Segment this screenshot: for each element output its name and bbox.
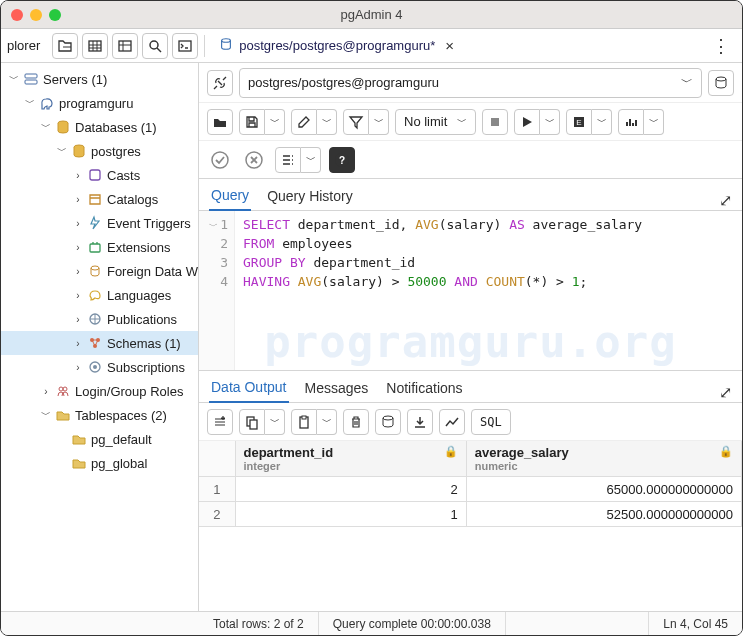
languages-icon [87,287,103,303]
paste-menu-button[interactable]: ﹀ [317,409,337,435]
tab-notifications[interactable]: Notifications [384,374,464,402]
window-title: pgAdmin 4 [340,7,402,22]
tree-casts[interactable]: ›Casts [1,163,198,187]
tree-label: Foreign Data W [107,264,198,279]
new-connection-button[interactable] [708,70,734,96]
tree-schemas[interactable]: ›Schemas (1) [1,331,198,355]
download-button[interactable] [407,409,433,435]
table-row[interactable]: 2 1 52500.000000000000 [199,502,742,527]
tree-label: Casts [107,168,140,183]
explain-analyze-menu-button[interactable]: ﹀ [644,109,664,135]
svg-rect-31 [302,416,306,419]
tree-subscriptions[interactable]: ›Subscriptions [1,355,198,379]
close-tab-icon[interactable]: × [445,37,454,54]
svg-rect-1 [119,41,131,51]
filter-menu-button[interactable]: ﹀ [369,109,389,135]
filter-rows-button[interactable] [112,33,138,59]
close-window-button[interactable] [11,9,23,21]
cell[interactable]: 2 [235,477,466,502]
help-button[interactable]: ? [329,147,355,173]
output-tabs: Data Output Messages Notifications ⤢ [199,371,742,403]
output-toolbar: ﹀ ﹀ SQL [199,403,742,441]
sql-view-button[interactable]: SQL [471,409,511,435]
row-limit-selector[interactable]: No limit ﹀ [395,109,476,135]
tree-label: Extensions [107,240,171,255]
column-header-average-salary[interactable]: average_salary🔒numeric [466,441,741,477]
tree-tablespaces[interactable]: ﹀Tablespaces (2) [1,403,198,427]
tree-ts-pg-global[interactable]: pg_global [1,451,198,475]
svg-point-18 [59,387,63,391]
tree-servers[interactable]: ﹀Servers (1) [1,67,198,91]
row-number: 1 [199,477,235,502]
edit-button[interactable] [291,109,317,135]
edit-menu-button[interactable]: ﹀ [317,109,337,135]
paste-button[interactable] [291,409,317,435]
expand-output-button[interactable]: ⤢ [719,383,732,402]
stop-button[interactable] [482,109,508,135]
chevron-down-icon: ﹀ [681,74,693,91]
query-tool-button[interactable] [52,33,78,59]
add-row-button[interactable] [207,409,233,435]
connection-status-button[interactable] [207,70,233,96]
editor-toolbar: ﹀ ﹀ ﹀ No limit ﹀ ﹀ E ﹀ [199,103,742,141]
psql-button[interactable] [172,33,198,59]
tab-query[interactable]: Query [209,181,251,211]
save-button[interactable] [239,109,265,135]
cell[interactable]: 1 [235,502,466,527]
tab-data-output[interactable]: Data Output [209,373,289,403]
macros-button[interactable] [275,147,301,173]
execute-menu-button[interactable]: ﹀ [540,109,560,135]
tree-languages[interactable]: ›Languages [1,283,198,307]
explain-analyze-button[interactable] [618,109,644,135]
subscriptions-icon [87,359,103,375]
tree-catalogs[interactable]: ›Catalogs [1,187,198,211]
tree-db-postgres[interactable]: ﹀postgres [1,139,198,163]
tree-label: Catalogs [107,192,158,207]
explain-button[interactable]: E [566,109,592,135]
macros-menu-button[interactable]: ﹀ [301,147,321,173]
view-data-button[interactable] [82,33,108,59]
editor-content[interactable]: SELECT department_id, AVG(salary) AS ave… [235,211,650,370]
table-row[interactable]: 1 2 65000.000000000000 [199,477,742,502]
foreign-data-icon [87,263,103,279]
copy-button[interactable] [239,409,265,435]
commit-button[interactable] [207,147,233,173]
search-button[interactable] [142,33,168,59]
cell[interactable]: 52500.000000000000 [466,502,741,527]
execute-button[interactable] [514,109,540,135]
rollback-button[interactable] [241,147,267,173]
tree-extensions[interactable]: ›Extensions [1,235,198,259]
cell[interactable]: 65000.000000000000 [466,477,741,502]
open-file-button[interactable] [207,109,233,135]
tree-databases[interactable]: ﹀Databases (1) [1,115,198,139]
tree-label: Subscriptions [107,360,185,375]
save-menu-button[interactable]: ﹀ [265,109,285,135]
editor-tab-active[interactable]: postgres/postgres@programguru* × [213,35,460,56]
filter-button[interactable] [343,109,369,135]
explain-menu-button[interactable]: ﹀ [592,109,612,135]
tree-publications[interactable]: ›Publications [1,307,198,331]
graph-button[interactable] [439,409,465,435]
tab-menu-button[interactable]: ⋮ [712,35,730,57]
maximize-window-button[interactable] [49,9,61,21]
column-header-department-id[interactable]: department_id🔒integer [235,441,466,477]
tree-label: Languages [107,288,171,303]
tree-ts-pg-default[interactable]: pg_default [1,427,198,451]
tab-query-history[interactable]: Query History [265,182,355,210]
status-time: Query complete 00:00:00.038 [319,612,506,635]
tree-foreign-data[interactable]: ›Foreign Data W [1,259,198,283]
minimize-window-button[interactable] [30,9,42,21]
svg-point-11 [91,266,99,270]
tree-server-programguru[interactable]: ﹀programguru [1,91,198,115]
connection-selector[interactable]: postgres/postgres@programguru ﹀ [239,68,702,98]
schemas-icon [87,335,103,351]
expand-editor-button[interactable]: ⤢ [719,191,732,210]
tab-messages[interactable]: Messages [303,374,371,402]
sql-editor[interactable]: programguru.org ﹀1 2 3 4 SELECT departme… [199,211,742,371]
save-data-button[interactable] [375,409,401,435]
tree-event-triggers[interactable]: ›Event Triggers [1,211,198,235]
svg-rect-10 [90,244,100,252]
copy-menu-button[interactable]: ﹀ [265,409,285,435]
delete-row-button[interactable] [343,409,369,435]
tree-login-roles[interactable]: ›Login/Group Roles [1,379,198,403]
